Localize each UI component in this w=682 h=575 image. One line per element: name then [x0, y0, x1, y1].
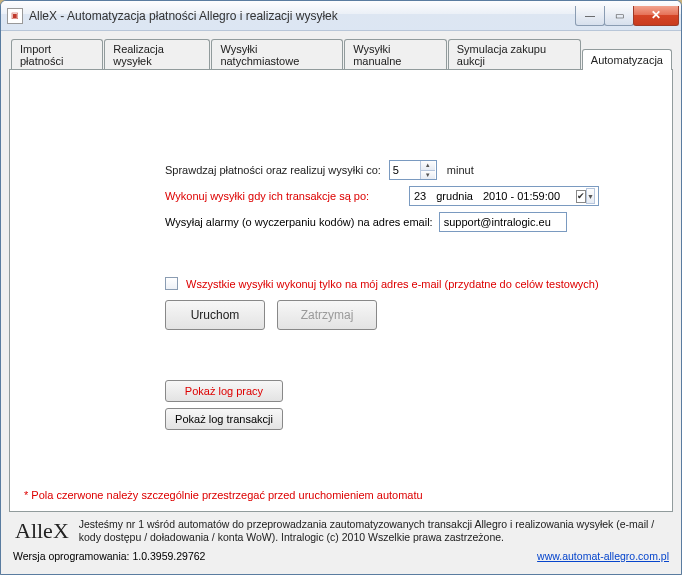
interval-spinner[interactable]: ▲ ▼	[389, 160, 437, 180]
warning-note: * Pola czerwone należy szczególnie przes…	[24, 489, 423, 501]
interval-input[interactable]	[390, 164, 420, 176]
after-month[interactable]: grudnia	[436, 190, 473, 202]
stop-button[interactable]: Zatrzymaj	[277, 300, 377, 330]
tab-import-payments[interactable]: Import płatności	[11, 39, 103, 70]
maximize-button[interactable]: ▭	[604, 6, 634, 26]
tab-automation[interactable]: Automatyzacja	[582, 49, 672, 70]
version-label: Wersja oprogramowania: 1.0.3959.29762	[13, 550, 205, 562]
after-day[interactable]: 23	[414, 190, 426, 202]
tab-realize-shipments[interactable]: Realizacja wysyłek	[104, 39, 210, 70]
window-title: AlleX - Automatyzacja płatności Allegro …	[29, 9, 576, 23]
row-email: Wysyłaj alarmy (o wyczerpaniu kodów) na …	[165, 212, 642, 232]
close-button[interactable]: ✕	[633, 6, 679, 26]
row-after-date: Wykonuj wysyłki gdy ich transakcje są po…	[165, 186, 642, 206]
app-window: ▣ AlleX - Automatyzacja płatności Allegr…	[0, 0, 682, 575]
slogan-text: Jesteśmy nr 1 wśród automatów do przepro…	[79, 518, 669, 544]
interval-unit: minut	[447, 164, 474, 176]
spin-down-icon[interactable]: ▼	[421, 171, 435, 180]
test-mode-checkbox[interactable]	[165, 277, 178, 290]
interval-spin-buttons[interactable]: ▲ ▼	[420, 161, 435, 179]
test-mode-label: Wszystkie wysyłki wykonuj tylko na mój a…	[186, 278, 599, 290]
tab-manual-shipments[interactable]: Wysyłki manualne	[344, 39, 447, 70]
client-area: Import płatności Realizacja wysyłek Wysy…	[1, 31, 681, 574]
row-interval: Sprawdzaj płatności oraz realizuj wysyłk…	[165, 160, 642, 180]
after-datepicker[interactable]: 23 grudnia 2010 - 01:59:00 ✔ ▼	[409, 186, 599, 206]
show-work-log-button[interactable]: Pokaż log pracy	[165, 380, 283, 402]
spin-up-icon[interactable]: ▲	[421, 161, 435, 171]
website-link[interactable]: www.automat-allegro.com.pl	[537, 550, 669, 562]
tab-strip: Import płatności Realizacja wysyłek Wysy…	[9, 39, 673, 70]
interval-label: Sprawdzaj płatności oraz realizuj wysyłk…	[165, 164, 381, 176]
app-icon: ▣	[7, 8, 23, 24]
row-test-mode: Wszystkie wysyłki wykonuj tylko na mój a…	[165, 277, 642, 290]
footer: AlleX Jesteśmy nr 1 wśród automatów do p…	[9, 512, 673, 566]
minimize-button[interactable]: —	[575, 6, 605, 26]
tab-instant-shipments[interactable]: Wysyłki natychmiastowe	[211, 39, 343, 70]
date-enabled-checkbox[interactable]: ✔	[576, 190, 586, 203]
email-label: Wysyłaj alarmy (o wyczerpaniu kodów) na …	[165, 216, 433, 228]
tab-panel-automation: Sprawdzaj płatności oraz realizuj wysyłk…	[9, 69, 673, 512]
after-year-time[interactable]: 2010 - 01:59:00	[483, 190, 560, 202]
chevron-down-icon[interactable]: ▼	[586, 188, 595, 204]
brand-logo: AlleX	[13, 518, 69, 544]
after-label: Wykonuj wysyłki gdy ich transakcje są po…	[165, 190, 395, 202]
run-button[interactable]: Uruchom	[165, 300, 265, 330]
email-input[interactable]	[439, 212, 567, 232]
show-transaction-log-button[interactable]: Pokaż log transakcji	[165, 408, 283, 430]
tab-auction-simulation[interactable]: Symulacja zakupu aukcji	[448, 39, 581, 70]
titlebar[interactable]: ▣ AlleX - Automatyzacja płatności Allegr…	[1, 1, 681, 31]
